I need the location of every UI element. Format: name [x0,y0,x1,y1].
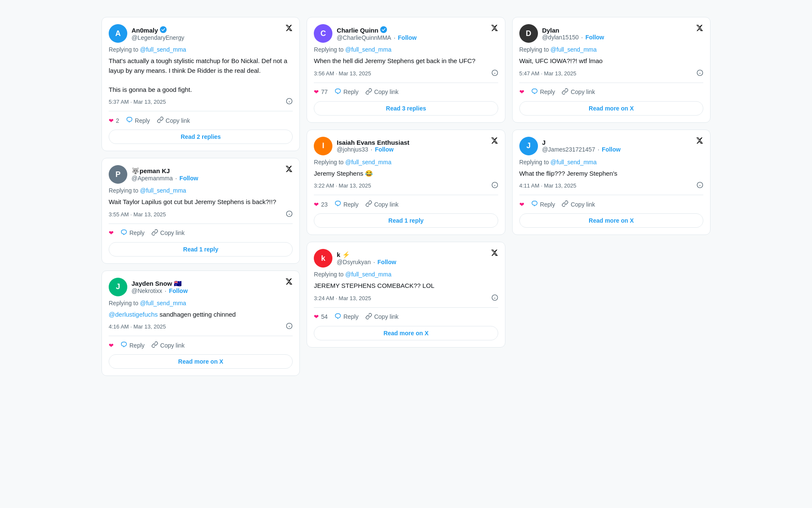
read-replies-button[interactable]: Read 3 replies [314,101,498,116]
reply-button[interactable]: Reply [335,200,359,208]
tweet-user: AAn0maly@LegendaryEnergy [109,24,184,43]
x-platform-icon[interactable] [285,24,293,34]
user-info: Charlie Quinn@CharlieQuinnMMA·Follow [337,26,417,41]
replying-to: Replying to @full_send_mma [314,271,498,278]
mention[interactable]: @full_send_mma [140,300,186,306]
name-text: Jayden Snow 🇦🇺 [132,280,182,287]
timestamp: 4:11 AM · Mar 13, 2025 [519,182,576,189]
follow-button[interactable]: Follow [179,175,198,182]
read-more-button[interactable]: Read more on X [519,101,703,116]
read-replies-button[interactable]: Read 1 reply [109,242,293,257]
avatar[interactable]: I [314,137,332,155]
copy-link-button[interactable]: Copy link [157,116,190,124]
info-icon[interactable] [491,69,498,77]
handle-row: @johnjus33·Follow [337,146,409,153]
copy-link-button[interactable]: Copy link [365,200,399,208]
mention[interactable]: @full_send_mma [140,46,186,53]
reply-button[interactable]: Reply [335,88,359,96]
avatar[interactable]: C [314,24,332,43]
read-more-button[interactable]: Read more on X [519,213,703,228]
name-text: J [542,139,546,146]
like-button[interactable]: ❤23 [314,201,328,208]
tweet-actions: ❤23ReplyCopy link [314,200,498,208]
tweet-card: IIsaiah Evans Enthusiast@johnjus33·Follo… [307,130,505,235]
divider [109,224,293,224]
x-platform-icon[interactable] [285,165,293,175]
like-button[interactable]: ❤77 [314,88,328,95]
tweet-body: JEREMY STEPHENS COMEBACK?? LOL [314,281,498,291]
like-button[interactable]: ❤ [109,229,114,236]
link-icon [157,116,164,124]
timestamp: 3:55 AM · Mar 13, 2025 [109,211,166,218]
follow-button[interactable]: Follow [398,34,417,41]
tweet-card: JJ@James231721457·FollowReplying to @ful… [512,130,710,235]
display-name: Charlie Quinn [337,26,417,34]
info-icon[interactable] [697,182,703,190]
info-icon[interactable] [286,323,293,331]
mention[interactable]: @full_send_mma [551,159,597,166]
follow-button[interactable]: Follow [375,146,393,153]
follow-button[interactable]: Follow [602,146,620,153]
x-platform-icon[interactable] [285,278,293,287]
reply-button[interactable]: Reply [121,229,145,237]
tweet-body: Jeremy Stephens 😂 [314,169,498,179]
divider [314,195,498,195]
timestamp: 5:37 AM · Mar 13, 2025 [109,99,166,105]
avatar[interactable]: J [109,278,127,296]
read-replies-button[interactable]: Read 1 reply [314,213,498,228]
info-icon[interactable] [286,210,293,218]
like-button[interactable]: ❤2 [109,117,119,124]
reply-button[interactable]: Reply [531,200,555,208]
x-platform-icon[interactable] [491,137,498,146]
avatar[interactable]: P [109,165,127,184]
x-platform-icon[interactable] [491,249,498,259]
info-icon[interactable] [491,182,498,190]
reply-button[interactable]: Reply [335,313,359,321]
mention[interactable]: @full_send_mma [345,271,391,278]
mention[interactable]: @full_send_mma [345,159,391,166]
like-button[interactable]: ❤ [519,88,524,95]
info-icon[interactable] [491,294,498,302]
reply-label: Reply [343,201,359,208]
heart-icon: ❤ [314,88,319,95]
info-icon[interactable] [697,69,703,77]
avatar[interactable]: k [314,249,332,268]
reply-button[interactable]: Reply [126,116,150,124]
separator: · [165,287,167,294]
like-button[interactable]: ❤ [109,342,114,349]
avatar[interactable]: D [519,24,538,43]
mention[interactable]: @full_send_mma [140,187,186,194]
follow-button[interactable]: Follow [378,259,396,265]
reply-button[interactable]: Reply [531,88,555,96]
like-button[interactable]: ❤ [519,201,524,208]
tweet-body: That's actually a tough stylistic matchu… [109,56,293,94]
info-icon[interactable] [286,98,293,106]
copy-link-button[interactable]: Copy link [562,88,595,96]
x-platform-icon[interactable] [696,137,703,146]
like-button[interactable]: ❤54 [314,313,328,320]
reply-button[interactable]: Reply [121,341,145,349]
copy-link-button[interactable]: Copy link [151,341,185,349]
like-count: 77 [321,88,328,95]
read-more-button[interactable]: Read more on X [314,326,498,340]
timestamp-row: 4:16 AM · Mar 13, 2025 [109,323,293,331]
avatar[interactable]: A [109,24,127,43]
read-replies-button[interactable]: Read 2 replies [109,130,293,144]
copy-link-button[interactable]: Copy link [365,313,399,321]
divider [519,83,703,83]
follow-button[interactable]: Follow [169,287,187,294]
copy-link-label: Copy link [160,342,185,349]
x-platform-icon[interactable] [696,24,703,34]
x-platform-icon[interactable] [491,24,498,34]
read-more-button[interactable]: Read more on X [109,354,293,369]
follow-button[interactable]: Follow [585,34,604,41]
tweet-body: When the hell did Jeremy Stephens get ba… [314,56,498,66]
handle: @Apemanmma [132,175,173,182]
avatar[interactable]: J [519,137,538,155]
mention[interactable]: @full_send_mma [345,46,391,53]
copy-link-button[interactable]: Copy link [562,200,595,208]
user-info: Jayden Snow 🇦🇺@Nekrotixx·Follow [132,280,188,294]
mention[interactable]: @full_send_mma [551,46,597,53]
copy-link-button[interactable]: Copy link [365,88,399,96]
copy-link-button[interactable]: Copy link [151,229,185,237]
